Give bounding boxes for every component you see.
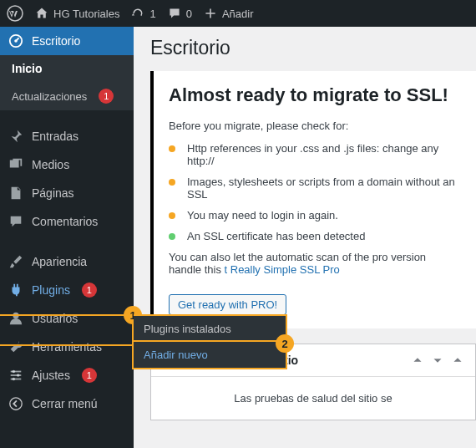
plugin-icon xyxy=(8,283,23,298)
menu-tools[interactable]: Herramientas xyxy=(0,333,134,361)
menu-pages[interactable]: Páginas xyxy=(0,179,134,207)
pro-link[interactable]: t Really Simple SSL Pro xyxy=(225,263,340,276)
success-dot-icon xyxy=(169,233,175,240)
flyout-add-new[interactable]: Añadir nuevo xyxy=(132,340,287,369)
notice-title: Almost ready to migrate to SSL! xyxy=(169,84,461,106)
flyout-installed-plugins[interactable]: Plugins instalados xyxy=(134,316,286,342)
menu-media[interactable]: Medios xyxy=(0,150,134,179)
comment-icon xyxy=(8,214,23,229)
menu-collapse[interactable]: Cerrar menú xyxy=(0,389,134,418)
check-item: Http references in your .css and .js fil… xyxy=(169,142,461,167)
warning-dot-icon xyxy=(169,145,175,152)
main-content: Escritorio Almost ready to migrate to SS… xyxy=(134,27,476,448)
plus-icon xyxy=(204,7,217,20)
page-title: Escritorio xyxy=(150,37,476,59)
chevron-up-icon[interactable] xyxy=(450,353,465,368)
media-icon xyxy=(8,157,23,172)
updates-badge: 1 xyxy=(99,89,114,104)
menu-appearance[interactable]: Apariencia xyxy=(0,247,134,276)
user-icon xyxy=(8,311,23,326)
brush-icon xyxy=(8,254,23,269)
wrench-icon xyxy=(8,339,23,354)
menu-plugins[interactable]: Plugins 1 xyxy=(0,276,134,304)
submenu-home[interactable]: Inicio xyxy=(0,55,134,82)
collapse-icon xyxy=(8,396,23,411)
submenu-updates[interactable]: Actualizaciones 1 xyxy=(0,82,134,110)
tutorial-step-2: 2 xyxy=(276,334,294,353)
comments-link[interactable]: 0 xyxy=(168,7,192,20)
svg-point-8 xyxy=(17,374,20,377)
menu-users[interactable]: Usuarios xyxy=(0,304,134,333)
site-health-body: Las pruebas de salud del sitio se xyxy=(151,377,475,420)
wordpress-logo[interactable] xyxy=(7,5,23,22)
updates-count: 1 xyxy=(149,8,155,20)
page-icon xyxy=(8,186,23,201)
check-item: An SSL certificate has been detected xyxy=(169,230,461,242)
settings-icon xyxy=(8,368,23,383)
notice-intro: Before you migrate, please check for: xyxy=(169,120,461,132)
notice-auto-text: You can also let the automatic scan of t… xyxy=(169,251,461,276)
refresh-icon xyxy=(131,7,144,20)
notice-checklist: Http references in your .css and .js fil… xyxy=(169,142,461,242)
check-item: You may need to login in again. xyxy=(169,209,461,221)
get-pro-button[interactable]: Get ready with PRO! xyxy=(169,294,286,315)
site-name: HG Tutoriales xyxy=(53,8,119,20)
dashboard-icon xyxy=(8,33,23,48)
chevron-up-icon[interactable] xyxy=(410,353,425,368)
svg-point-10 xyxy=(10,398,22,410)
svg-point-7 xyxy=(13,370,16,374)
menu-comments[interactable]: Comentarios xyxy=(0,207,134,236)
admin-sidebar: Escritorio Inicio Actualizaciones 1 Entr… xyxy=(0,27,134,448)
add-new-label: Añadir xyxy=(222,8,254,20)
pin-icon xyxy=(8,129,23,144)
updates-link[interactable]: 1 xyxy=(131,7,155,20)
plugins-flyout: Plugins instalados Añadir nuevo xyxy=(134,314,287,369)
svg-point-9 xyxy=(13,378,16,381)
svg-point-2 xyxy=(14,39,18,43)
plugins-badge: 1 xyxy=(82,283,97,298)
comment-icon xyxy=(168,7,181,20)
menu-dashboard[interactable]: Escritorio xyxy=(0,27,134,55)
ssl-notice: Almost ready to migrate to SSL! Before y… xyxy=(150,71,476,328)
admin-topbar: HG Tutoriales 1 0 Añadir xyxy=(0,0,476,27)
svg-point-3 xyxy=(13,313,18,318)
menu-posts[interactable]: Entradas xyxy=(0,122,134,150)
site-name-link[interactable]: HG Tutoriales xyxy=(35,7,119,20)
add-new-link[interactable]: Añadir xyxy=(204,7,254,20)
home-icon xyxy=(35,7,48,20)
settings-badge: 1 xyxy=(82,368,97,383)
menu-settings[interactable]: Ajustes 1 xyxy=(0,361,134,389)
chevron-down-icon[interactable] xyxy=(430,353,445,368)
comments-count: 0 xyxy=(186,8,192,20)
warning-dot-icon xyxy=(169,179,175,186)
warning-dot-icon xyxy=(169,212,175,219)
check-item: Images, stylesheets or scripts from a do… xyxy=(169,176,461,201)
